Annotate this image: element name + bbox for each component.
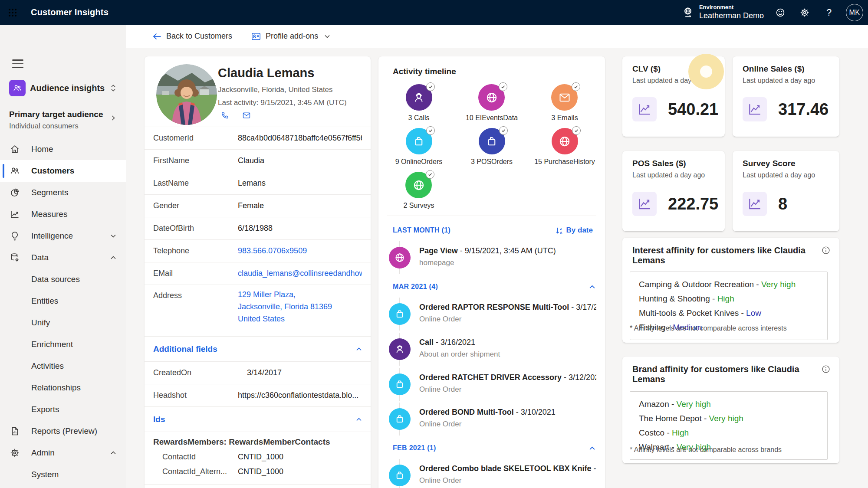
info-button[interactable]: [821, 364, 831, 374]
top-app-bar: Customer Insights Environment Leatherman…: [0, 0, 868, 25]
divider: [242, 30, 242, 43]
interest-affinity-card: Interest affinity for customers like Cla…: [622, 238, 839, 343]
timeline-entry-skeletool-knife[interactable]: Ordered Combo blade SKELETOOL KBX Knife …: [378, 458, 605, 488]
summary-posorders[interactable]: 3 POSOrders: [471, 128, 513, 166]
email-button[interactable]: [240, 108, 253, 122]
summary-calls[interactable]: 3 Calls: [406, 84, 432, 122]
profile-add-ons-button[interactable]: Profile add-ons: [248, 31, 333, 42]
online-sales-value: 317.46: [778, 100, 829, 119]
globe-icon: [478, 84, 505, 111]
timeline-entry-ratchet-driver[interactable]: Ordered RATCHET DRIVER Accessory - 3/12/…: [378, 367, 605, 402]
environment-name: Leatherman Demo: [699, 11, 764, 21]
chevron-up-icon: [356, 346, 362, 352]
sidebar-item-relationships[interactable]: Relationships: [0, 377, 126, 399]
back-to-customers-link[interactable]: Back to Customers: [150, 31, 235, 41]
line-chart-icon: [632, 192, 657, 216]
timeline-entry-call[interactable]: Call - 3/16/2021 About an order shipment: [378, 332, 605, 367]
bag-icon: [406, 128, 432, 154]
environment-picker[interactable]: Environment Leatherman Demo: [677, 4, 768, 21]
ids-group-rewardsmembers: RewardsMembers: RewardsMemberContacts Co…: [145, 432, 371, 479]
info-button[interactable]: [821, 246, 831, 255]
address-line-2[interactable]: Jacksonville, Florida 81369: [238, 302, 332, 311]
chevron-up-icon: [110, 255, 116, 261]
affinity-item: Hunting & Shooting - High: [639, 291, 827, 306]
additional-fields-section-header[interactable]: Additional fields: [145, 336, 371, 361]
home-icon: [10, 144, 20, 154]
sidebar-item-home[interactable]: Home: [0, 138, 126, 160]
timeline-group-mar-2021[interactable]: MAR 2021 (4): [378, 280, 605, 293]
summary-onlineorders[interactable]: 9 OnlineOrders: [395, 128, 443, 166]
bag-icon: [389, 373, 411, 395]
summary-surveys[interactable]: 2 Surveys: [403, 172, 434, 210]
app-switcher-audience-insights[interactable]: Audience insights: [0, 78, 126, 98]
line-chart-icon: [743, 97, 767, 121]
settings-button[interactable]: [792, 0, 817, 25]
app-launcher-button[interactable]: [0, 0, 25, 25]
email-link[interactable]: claudia_lemans@collinsreedandhoward...: [238, 269, 362, 278]
profile-fields: CustomerId 88ca4b0d0648718baffc4e0567f6f…: [145, 127, 371, 488]
sidebar-item-unify[interactable]: Unify: [0, 312, 126, 334]
sidebar-item-intelligence[interactable]: Intelligence: [0, 225, 126, 247]
globe-icon: [405, 172, 432, 198]
sidebar-item-activities[interactable]: Activities: [0, 355, 126, 377]
avatar-initials: MK: [849, 9, 860, 16]
account-button[interactable]: MK: [841, 0, 868, 25]
summary-eieventsdata[interactable]: 10 EIEventsData: [466, 84, 518, 122]
timeline-entry-raptor-response[interactable]: Ordered RAPTOR RESPONSE Multi-Tool - 3/1…: [378, 297, 605, 331]
timeline-entry-page-view[interactable]: Page View - 9/15/2021, 3:45 AM (UTC) hom…: [378, 240, 605, 275]
check-badge: [426, 126, 435, 135]
sort-by-date-button[interactable]: By date: [553, 226, 595, 235]
sidebar-item-reports[interactable]: Reports (Preview): [0, 420, 126, 442]
segments-pie-icon: [10, 187, 20, 198]
customers-icon: [10, 166, 20, 176]
sidebar-item-entities[interactable]: Entities: [0, 290, 126, 312]
divider: [387, 216, 596, 216]
timeline-group-last-month: LAST MONTH (1) By date: [378, 224, 605, 237]
summary-emails[interactable]: 3 Emails: [551, 84, 578, 122]
help-button[interactable]: ?: [817, 0, 841, 25]
call-button[interactable]: [218, 108, 232, 122]
audience-selector[interactable]: Primary target audience Individual consu…: [0, 110, 126, 131]
summary-purchasehistory[interactable]: 15 PurchaseHistory: [534, 128, 595, 166]
envelope-icon: [242, 110, 251, 121]
field-row-address: Address 129 Miller Plaza, Jacksonville, …: [145, 285, 371, 336]
sidebar-item-data-sources[interactable]: Data sources: [0, 269, 126, 290]
feedback-button[interactable]: [768, 0, 792, 25]
environment-label: Environment: [699, 4, 764, 11]
chevron-up-icon: [356, 416, 362, 422]
sidebar-item-enrichment[interactable]: Enrichment: [0, 334, 126, 355]
nav-collapse-button[interactable]: [10, 57, 27, 71]
sidebar-item-measures[interactable]: Measures: [0, 203, 126, 225]
ids-section-header[interactable]: Ids: [145, 406, 371, 432]
headset-icon: [389, 338, 411, 360]
sidebar-item-exports[interactable]: Exports: [0, 399, 126, 420]
calls-icon: [406, 84, 432, 111]
sidebar-item-admin[interactable]: Admin: [0, 442, 126, 464]
main-content: Claudia Lemans Jacksonville, Florida, Un…: [126, 48, 868, 488]
interest-affinity-title: Interest affinity for customers like Cla…: [632, 246, 821, 265]
affinity-item: The Home Depot - Very high: [639, 411, 827, 426]
clv-value: 540.21: [668, 100, 718, 119]
telephone-link[interactable]: 983.566.0706x9509: [238, 246, 307, 255]
question-mark-icon: ?: [826, 7, 832, 18]
chevron-up-icon: [110, 450, 116, 456]
switcher-chevrons-icon: [110, 84, 116, 92]
field-row-dateofbirth: DateOfBirth 6/18/1988: [145, 217, 371, 239]
globe-icon: [552, 128, 578, 154]
sort-icon: [556, 226, 564, 235]
audience-title: Primary target audience: [9, 110, 126, 119]
address-line-1[interactable]: 129 Miller Plaza,: [238, 290, 332, 299]
timeline-entry-bond-multitool[interactable]: Ordered BOND Multi-Tool - 3/10/2021 Onli…: [378, 402, 605, 436]
timeline-group-feb-2021[interactable]: FEB 2021 (1): [378, 442, 605, 455]
check-badge: [499, 126, 508, 135]
sidebar-item-system[interactable]: System: [0, 464, 126, 485]
sidebar-item-customers[interactable]: Customers: [0, 160, 126, 182]
address-line-3[interactable]: United States: [238, 314, 332, 324]
ids-row-contactid: ContactId CNTID_1000: [153, 449, 362, 464]
affinity-item: Costco - High: [639, 426, 827, 440]
chevron-up-icon: [589, 284, 595, 290]
affinity-item: Amazon - Very high: [639, 397, 827, 411]
sidebar-item-permissions[interactable]: Permissions: [0, 485, 126, 488]
sidebar-item-segments[interactable]: Segments: [0, 182, 126, 203]
sidebar-item-data[interactable]: Data: [0, 247, 126, 269]
